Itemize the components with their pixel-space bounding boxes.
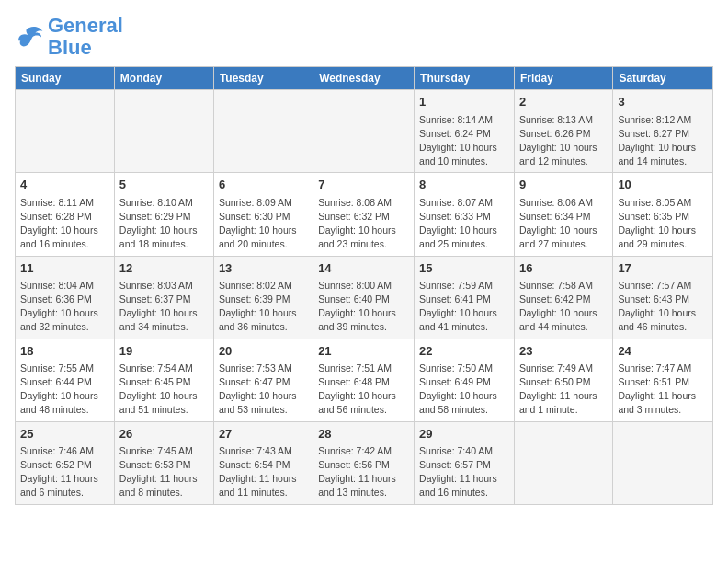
table-row: 11Sunrise: 8:04 AM Sunset: 6:36 PM Dayli… bbox=[16, 256, 115, 339]
day-number: 15 bbox=[419, 260, 509, 277]
table-row bbox=[514, 421, 612, 504]
day-number: 11 bbox=[20, 260, 109, 277]
table-row bbox=[114, 90, 213, 173]
day-info: Sunrise: 7:51 AM Sunset: 6:48 PM Dayligh… bbox=[318, 362, 409, 418]
table-row: 19Sunrise: 7:54 AM Sunset: 6:45 PM Dayli… bbox=[114, 339, 213, 421]
col-header-tuesday: Tuesday bbox=[213, 67, 313, 90]
table-row: 20Sunrise: 7:53 AM Sunset: 6:47 PM Dayli… bbox=[213, 339, 313, 421]
day-number: 14 bbox=[318, 260, 409, 277]
table-row: 24Sunrise: 7:47 AM Sunset: 6:51 PM Dayli… bbox=[613, 339, 713, 421]
day-number: 23 bbox=[519, 343, 608, 360]
table-row: 7Sunrise: 8:08 AM Sunset: 6:32 PM Daylig… bbox=[313, 173, 415, 256]
table-row: 5Sunrise: 8:10 AM Sunset: 6:29 PM Daylig… bbox=[114, 173, 213, 256]
table-row: 26Sunrise: 7:45 AM Sunset: 6:53 PM Dayli… bbox=[114, 421, 213, 504]
table-row: 8Sunrise: 8:07 AM Sunset: 6:33 PM Daylig… bbox=[415, 173, 515, 256]
table-row bbox=[313, 90, 415, 173]
day-number: 8 bbox=[419, 177, 509, 193]
day-info: Sunrise: 7:43 AM Sunset: 6:54 PM Dayligh… bbox=[219, 444, 308, 500]
page-header: General Blue bbox=[15, 15, 713, 59]
week-row-2: 4Sunrise: 8:11 AM Sunset: 6:28 PM Daylig… bbox=[16, 173, 713, 256]
day-info: Sunrise: 7:53 AM Sunset: 6:47 PM Dayligh… bbox=[219, 362, 308, 418]
header-row: SundayMondayTuesdayWednesdayThursdayFrid… bbox=[16, 67, 713, 90]
table-row: 2Sunrise: 8:13 AM Sunset: 6:26 PM Daylig… bbox=[514, 90, 612, 173]
day-info: Sunrise: 8:13 AM Sunset: 6:26 PM Dayligh… bbox=[519, 113, 608, 169]
table-row: 15Sunrise: 7:59 AM Sunset: 6:41 PM Dayli… bbox=[415, 256, 515, 339]
table-row: 3Sunrise: 8:12 AM Sunset: 6:27 PM Daylig… bbox=[613, 90, 713, 173]
day-info: Sunrise: 7:42 AM Sunset: 6:56 PM Dayligh… bbox=[318, 444, 409, 500]
table-row: 1Sunrise: 8:14 AM Sunset: 6:24 PM Daylig… bbox=[415, 90, 515, 173]
table-row: 9Sunrise: 8:06 AM Sunset: 6:34 PM Daylig… bbox=[514, 173, 612, 256]
col-header-friday: Friday bbox=[514, 67, 612, 90]
day-info: Sunrise: 7:57 AM Sunset: 6:43 PM Dayligh… bbox=[618, 279, 708, 335]
week-row-1: 1Sunrise: 8:14 AM Sunset: 6:24 PM Daylig… bbox=[16, 90, 713, 173]
day-info: Sunrise: 7:50 AM Sunset: 6:49 PM Dayligh… bbox=[419, 362, 509, 418]
day-info: Sunrise: 7:49 AM Sunset: 6:50 PM Dayligh… bbox=[519, 362, 608, 418]
table-row: 10Sunrise: 8:05 AM Sunset: 6:35 PM Dayli… bbox=[613, 173, 713, 256]
day-info: Sunrise: 8:10 AM Sunset: 6:29 PM Dayligh… bbox=[119, 196, 209, 252]
calendar-table: SundayMondayTuesdayWednesdayThursdayFrid… bbox=[15, 66, 713, 504]
table-row: 22Sunrise: 7:50 AM Sunset: 6:49 PM Dayli… bbox=[415, 339, 515, 421]
table-row: 23Sunrise: 7:49 AM Sunset: 6:50 PM Dayli… bbox=[514, 339, 612, 421]
day-info: Sunrise: 7:54 AM Sunset: 6:45 PM Dayligh… bbox=[119, 362, 209, 418]
table-row: 16Sunrise: 7:58 AM Sunset: 6:42 PM Dayli… bbox=[514, 256, 612, 339]
day-info: Sunrise: 7:55 AM Sunset: 6:44 PM Dayligh… bbox=[20, 362, 109, 418]
day-info: Sunrise: 7:47 AM Sunset: 6:51 PM Dayligh… bbox=[618, 362, 708, 418]
day-number: 13 bbox=[219, 260, 308, 277]
day-info: Sunrise: 8:12 AM Sunset: 6:27 PM Dayligh… bbox=[618, 113, 708, 169]
logo: General Blue bbox=[15, 15, 123, 59]
table-row: 12Sunrise: 8:03 AM Sunset: 6:37 PM Dayli… bbox=[114, 256, 213, 339]
day-number: 3 bbox=[618, 94, 708, 110]
day-info: Sunrise: 7:40 AM Sunset: 6:57 PM Dayligh… bbox=[419, 444, 509, 500]
week-row-3: 11Sunrise: 8:04 AM Sunset: 6:36 PM Dayli… bbox=[16, 256, 713, 339]
table-row bbox=[613, 421, 713, 504]
logo-text: General Blue bbox=[48, 15, 123, 59]
table-row: 18Sunrise: 7:55 AM Sunset: 6:44 PM Dayli… bbox=[16, 339, 115, 421]
day-info: Sunrise: 8:02 AM Sunset: 6:39 PM Dayligh… bbox=[219, 279, 308, 335]
day-info: Sunrise: 8:04 AM Sunset: 6:36 PM Dayligh… bbox=[20, 279, 109, 335]
day-info: Sunrise: 7:59 AM Sunset: 6:41 PM Dayligh… bbox=[419, 279, 509, 335]
day-number: 10 bbox=[618, 177, 708, 193]
day-number: 29 bbox=[419, 426, 509, 442]
day-number: 26 bbox=[119, 426, 209, 442]
day-info: Sunrise: 8:11 AM Sunset: 6:28 PM Dayligh… bbox=[20, 196, 109, 252]
day-number: 28 bbox=[318, 426, 409, 442]
day-number: 19 bbox=[119, 343, 209, 360]
day-number: 4 bbox=[20, 177, 109, 193]
table-row bbox=[16, 90, 115, 173]
day-number: 27 bbox=[219, 426, 308, 442]
day-info: Sunrise: 8:06 AM Sunset: 6:34 PM Dayligh… bbox=[519, 196, 608, 252]
table-row: 4Sunrise: 8:11 AM Sunset: 6:28 PM Daylig… bbox=[16, 173, 115, 256]
day-number: 20 bbox=[219, 343, 308, 360]
day-info: Sunrise: 7:58 AM Sunset: 6:42 PM Dayligh… bbox=[519, 279, 608, 335]
day-number: 2 bbox=[519, 94, 608, 110]
col-header-saturday: Saturday bbox=[613, 67, 713, 90]
day-number: 16 bbox=[519, 260, 608, 277]
week-row-5: 25Sunrise: 7:46 AM Sunset: 6:52 PM Dayli… bbox=[16, 421, 713, 504]
logo-bird-icon bbox=[15, 24, 44, 50]
table-row: 13Sunrise: 8:02 AM Sunset: 6:39 PM Dayli… bbox=[213, 256, 313, 339]
day-number: 22 bbox=[419, 343, 509, 360]
table-row: 6Sunrise: 8:09 AM Sunset: 6:30 PM Daylig… bbox=[213, 173, 313, 256]
col-header-sunday: Sunday bbox=[16, 67, 115, 90]
day-info: Sunrise: 7:45 AM Sunset: 6:53 PM Dayligh… bbox=[119, 444, 209, 500]
day-info: Sunrise: 8:09 AM Sunset: 6:30 PM Dayligh… bbox=[219, 196, 308, 252]
week-row-4: 18Sunrise: 7:55 AM Sunset: 6:44 PM Dayli… bbox=[16, 339, 713, 421]
table-row: 17Sunrise: 7:57 AM Sunset: 6:43 PM Dayli… bbox=[613, 256, 713, 339]
table-row: 29Sunrise: 7:40 AM Sunset: 6:57 PM Dayli… bbox=[415, 421, 515, 504]
day-number: 1 bbox=[419, 94, 509, 110]
day-number: 5 bbox=[119, 177, 209, 193]
day-info: Sunrise: 8:14 AM Sunset: 6:24 PM Dayligh… bbox=[419, 113, 509, 169]
col-header-monday: Monday bbox=[114, 67, 213, 90]
col-header-wednesday: Wednesday bbox=[313, 67, 415, 90]
col-header-thursday: Thursday bbox=[415, 67, 515, 90]
table-row: 27Sunrise: 7:43 AM Sunset: 6:54 PM Dayli… bbox=[213, 421, 313, 504]
day-info: Sunrise: 8:05 AM Sunset: 6:35 PM Dayligh… bbox=[618, 196, 708, 252]
day-number: 18 bbox=[20, 343, 109, 360]
day-number: 21 bbox=[318, 343, 409, 360]
table-row: 25Sunrise: 7:46 AM Sunset: 6:52 PM Dayli… bbox=[16, 421, 115, 504]
table-row: 21Sunrise: 7:51 AM Sunset: 6:48 PM Dayli… bbox=[313, 339, 415, 421]
table-row: 14Sunrise: 8:00 AM Sunset: 6:40 PM Dayli… bbox=[313, 256, 415, 339]
table-row: 28Sunrise: 7:42 AM Sunset: 6:56 PM Dayli… bbox=[313, 421, 415, 504]
day-number: 7 bbox=[318, 177, 409, 193]
day-info: Sunrise: 8:00 AM Sunset: 6:40 PM Dayligh… bbox=[318, 279, 409, 335]
